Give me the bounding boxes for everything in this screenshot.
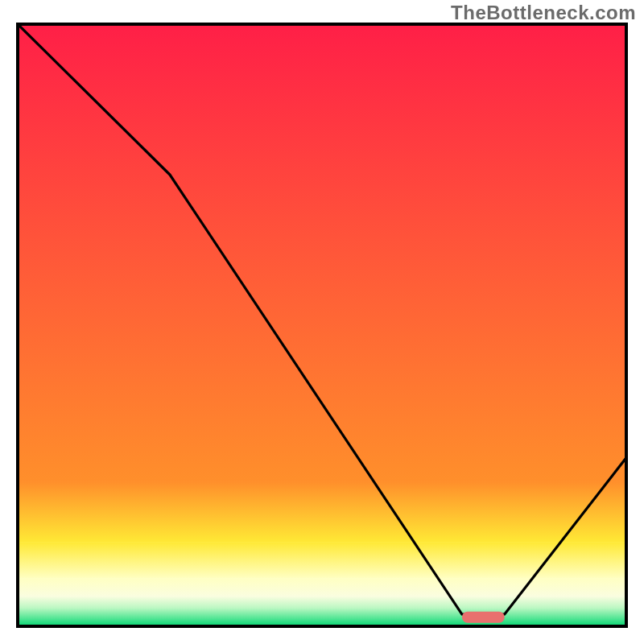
bottleneck-chart (0, 0, 644, 644)
chart-stage: TheBottleneck.com (0, 0, 644, 644)
svg-rect-1 (18, 24, 626, 482)
svg-rect-7 (462, 612, 505, 623)
svg-rect-6 (18, 609, 626, 627)
svg-rect-5 (18, 597, 626, 609)
svg-rect-2 (18, 481, 626, 542)
svg-rect-4 (18, 578, 626, 597)
trough-marker (462, 612, 505, 623)
